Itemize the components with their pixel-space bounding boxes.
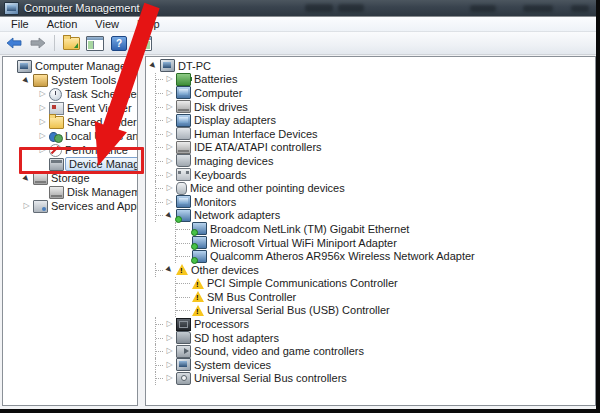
tree-item-keyboards[interactable]: Keyboards — [146, 168, 595, 182]
expander-collapsed-icon[interactable] — [164, 73, 175, 87]
tree-item-monitors[interactable]: Monitors — [146, 195, 595, 209]
expander-expanded-icon[interactable] — [148, 59, 159, 73]
tree-item-event-viewer[interactable]: Event Viewer — [3, 101, 137, 115]
expander-collapsed-icon[interactable] — [164, 154, 175, 168]
expander-collapsed-icon[interactable] — [21, 199, 32, 213]
tree-item-disk-management[interactable]: Disk Management — [3, 185, 137, 199]
tree-item-mice[interactable]: Mice and other pointing devices — [146, 181, 595, 195]
expander-expanded-icon[interactable] — [164, 263, 175, 277]
tree-item-label: PCI Simple Communications Controller — [207, 277, 398, 289]
expander-collapsed-icon[interactable] — [164, 344, 175, 358]
system-tools-icon — [33, 74, 48, 87]
tree-item-shared-folders[interactable]: Shared Folders — [3, 115, 137, 129]
tree-item-label: Human Interface Devices — [194, 128, 318, 140]
network-adapter-icon — [192, 222, 207, 235]
forward-button[interactable] — [28, 34, 48, 53]
tree-item-label: Network adapters — [194, 209, 280, 221]
tree-item-task-scheduler[interactable]: Task Scheduler — [3, 87, 137, 101]
tree-item-label: Display adapters — [194, 114, 276, 126]
tree-item-system-tools[interactable]: System Tools — [3, 73, 137, 87]
help-button[interactable]: ? — [109, 34, 129, 53]
tree-item-microsoft-virtual-wifi[interactable]: Microsoft Virtual WiFi Miniport Adapter — [146, 236, 595, 250]
tree-item-qualcomm-atheros[interactable]: Qualcomm Atheros AR956x Wireless Network… — [146, 249, 595, 263]
menu-file[interactable]: File — [2, 18, 38, 30]
show-console-tree-button[interactable] — [61, 34, 81, 53]
tree-item-local-users-and-groups[interactable]: Local Users and Groups — [3, 129, 137, 143]
console-window-icon — [4, 2, 19, 15]
keyboard-icon — [176, 168, 191, 181]
expander-collapsed-icon[interactable] — [164, 317, 175, 331]
console-window-left-icon — [86, 36, 104, 51]
expander-collapsed-icon[interactable] — [164, 141, 175, 155]
tree-item-system-devices[interactable]: System devices — [146, 358, 595, 372]
tree-item-other-devices[interactable]: Other devices — [146, 263, 595, 277]
tree-item-pci-simple-comms[interactable]: PCI Simple Communications Controller — [146, 277, 595, 291]
expander-collapsed-icon[interactable] — [164, 372, 175, 386]
tree-item-human-interface-devices[interactable]: Human Interface Devices — [146, 127, 595, 141]
expander-collapsed-icon[interactable] — [37, 129, 48, 143]
toolbar-separator — [54, 35, 55, 51]
tree-item-sm-bus-controller[interactable]: SM Bus Controller — [146, 290, 595, 304]
disk-drive-icon — [176, 100, 191, 113]
tree-item-computer[interactable]: Computer — [146, 86, 595, 100]
tree-item-label: SD host adapters — [194, 332, 279, 344]
tree-item-processors[interactable]: Processors — [146, 317, 595, 331]
help-icon: ? — [111, 36, 127, 51]
device-manager-tree-pane: DT-PCBatteriesComputerDisk drivesDisplay… — [145, 56, 596, 406]
expander-collapsed-icon[interactable] — [164, 86, 175, 100]
tree-item-ide-ata-atapi[interactable]: IDE ATA/ATAPI controllers — [146, 141, 595, 155]
tree-indent — [148, 127, 164, 141]
tree-indent — [148, 317, 164, 331]
tree-item-broadcom-netlink[interactable]: Broadcom NetLink (TM) Gigabit Ethernet — [146, 222, 595, 236]
expander-collapsed-icon[interactable] — [164, 113, 175, 127]
expander-collapsed-icon[interactable] — [164, 127, 175, 141]
battery-icon — [176, 73, 191, 86]
titlebar-blur-blob — [338, 4, 364, 12]
tree-item-label: DT-PC — [178, 60, 211, 72]
tree-item-batteries[interactable]: Batteries — [146, 73, 595, 87]
expander-collapsed-icon[interactable] — [37, 87, 48, 101]
tree-item-services-and-applications[interactable]: Services and Applications — [3, 199, 137, 213]
expander-collapsed-icon[interactable] — [37, 115, 48, 129]
show-console-tree-icon — [63, 37, 80, 50]
menu-help[interactable]: Help — [128, 18, 169, 30]
monitor-icon — [176, 195, 191, 208]
expander-collapsed-icon[interactable] — [164, 195, 175, 209]
expander-collapsed-icon[interactable] — [164, 168, 175, 182]
expander-expanded-icon[interactable] — [21, 73, 32, 87]
title-bar[interactable]: Computer Management — [0, 0, 600, 17]
expander-collapsed-icon[interactable] — [164, 331, 175, 345]
tree-item-sound-video-game[interactable]: Sound, video and game controllers — [146, 344, 595, 358]
expander-collapsed-icon[interactable] — [164, 100, 175, 114]
tree-item-network-adapters[interactable]: Network adapters — [146, 209, 595, 223]
menu-view[interactable]: View — [86, 18, 128, 30]
back-button[interactable] — [4, 34, 24, 53]
tree-item-dt-pc[interactable]: DT-PC — [146, 59, 595, 73]
tree-item-usb-controllers[interactable]: Universal Serial Bus controllers — [146, 372, 595, 386]
tree-item-label: Universal Serial Bus (USB) Controller — [207, 304, 390, 316]
tree-item-display-adapters[interactable]: Display adapters — [146, 113, 595, 127]
sd-host-icon — [176, 331, 191, 344]
expander-collapsed-icon[interactable] — [164, 181, 175, 195]
show-hide-action-pane-button[interactable] — [133, 34, 153, 53]
expander-expanded-icon[interactable] — [164, 209, 175, 223]
computer-icon — [17, 60, 32, 73]
tree-item-sd-host-adapters[interactable]: SD host adapters — [146, 331, 595, 345]
sound-controller-icon — [176, 345, 191, 358]
tree-item-label: Shared Folders — [67, 116, 138, 128]
tree-item-imaging-devices[interactable]: Imaging devices — [146, 154, 595, 168]
tree-item-usb-controller-unknown[interactable]: Universal Serial Bus (USB) Controller — [146, 304, 595, 318]
tree-item-label: Batteries — [194, 73, 237, 85]
tree-item-label: Imaging devices — [194, 155, 274, 167]
tree-item-computer-management[interactable]: Computer Management (Local) — [3, 59, 137, 73]
expander-collapsed-icon[interactable] — [37, 101, 48, 115]
menu-action[interactable]: Action — [38, 18, 87, 30]
screenshot-border — [0, 409, 600, 413]
show-hide-console-tree-button[interactable] — [85, 34, 105, 53]
titlebar-blur-blob — [523, 5, 553, 12]
window-title: Computer Management — [24, 2, 140, 14]
screenshot-border — [596, 0, 600, 413]
tree-indent — [148, 277, 180, 291]
tree-item-disk-drives[interactable]: Disk drives — [146, 100, 595, 114]
expander-collapsed-icon[interactable] — [164, 358, 175, 372]
